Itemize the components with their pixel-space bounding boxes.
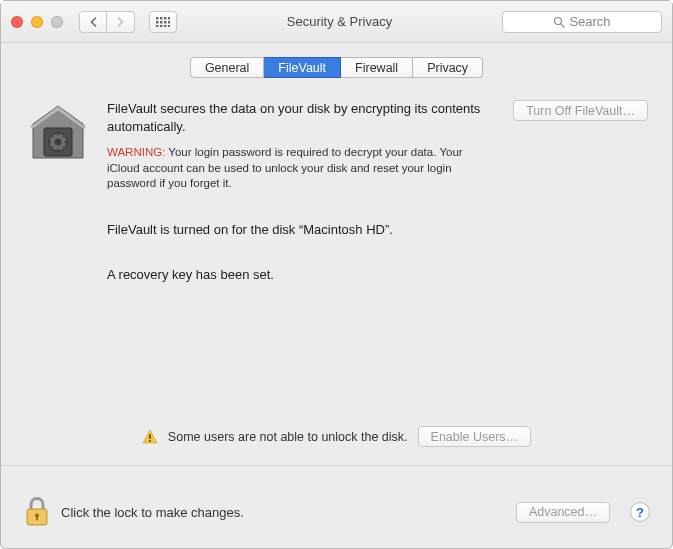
search-placeholder: Search — [569, 14, 610, 29]
filevault-status: FileVault is turned on for the disk “Mac… — [107, 222, 648, 237]
svg-rect-30 — [36, 516, 38, 521]
svg-rect-4 — [156, 21, 159, 24]
tab-privacy[interactable]: Privacy — [413, 57, 483, 78]
svg-rect-8 — [156, 25, 159, 27]
close-window-icon[interactable] — [11, 16, 23, 28]
svg-rect-9 — [160, 25, 163, 27]
svg-rect-0 — [156, 17, 159, 20]
svg-rect-1 — [160, 17, 163, 20]
help-button[interactable]: ? — [630, 502, 650, 522]
warning-icon — [142, 429, 158, 445]
filevault-warning: WARNING: Your login password is required… — [107, 145, 497, 192]
advanced-button: Advanced… — [516, 502, 610, 523]
window-controls — [11, 16, 63, 28]
tab-firewall[interactable]: Firewall — [341, 57, 413, 78]
tab-filevault[interactable]: FileVault — [264, 57, 341, 78]
show-all-button[interactable] — [149, 11, 177, 33]
zoom-window-icon — [51, 16, 63, 28]
back-button[interactable] — [79, 11, 107, 33]
search-input[interactable]: Search — [502, 11, 662, 33]
enable-users-message: Some users are not able to unlock the di… — [168, 430, 408, 444]
search-icon — [553, 16, 565, 28]
window-title: Security & Privacy — [185, 14, 494, 29]
preferences-window: Security & Privacy Search General FileVa… — [0, 0, 673, 549]
svg-rect-5 — [160, 21, 163, 24]
forward-button — [107, 11, 135, 33]
svg-point-16 — [55, 139, 62, 146]
svg-rect-3 — [168, 17, 170, 20]
svg-line-13 — [561, 23, 564, 26]
svg-rect-6 — [164, 21, 167, 24]
divider — [1, 465, 672, 466]
svg-point-26 — [149, 440, 151, 442]
turn-off-filevault-button: Turn Off FileVault… — [513, 100, 648, 121]
svg-rect-2 — [164, 17, 167, 20]
svg-rect-11 — [168, 25, 170, 27]
svg-rect-10 — [164, 25, 167, 27]
footer: Click the lock to make changes. Advanced… — [1, 476, 672, 548]
enable-users-button: Enable Users… — [418, 426, 532, 447]
svg-rect-25 — [149, 434, 151, 439]
enable-users-row: Some users are not able to unlock the di… — [25, 426, 648, 447]
filevault-icon — [25, 100, 91, 166]
tab-general[interactable]: General — [190, 57, 264, 78]
lock-message: Click the lock to make changes. — [61, 505, 506, 520]
warning-label: WARNING: — [107, 146, 165, 158]
recovery-key-status: A recovery key has been set. — [107, 267, 648, 282]
minimize-window-icon[interactable] — [31, 16, 43, 28]
tabs-container: General FileVault Firewall Privacy — [1, 43, 672, 84]
svg-rect-7 — [168, 21, 170, 24]
filevault-intro: FileVault secures the data on your disk … — [107, 100, 497, 135]
filevault-panel: FileVault secures the data on your disk … — [1, 84, 672, 476]
lock-icon[interactable] — [23, 495, 51, 529]
nav-buttons — [79, 11, 135, 33]
titlebar: Security & Privacy Search — [1, 1, 672, 43]
